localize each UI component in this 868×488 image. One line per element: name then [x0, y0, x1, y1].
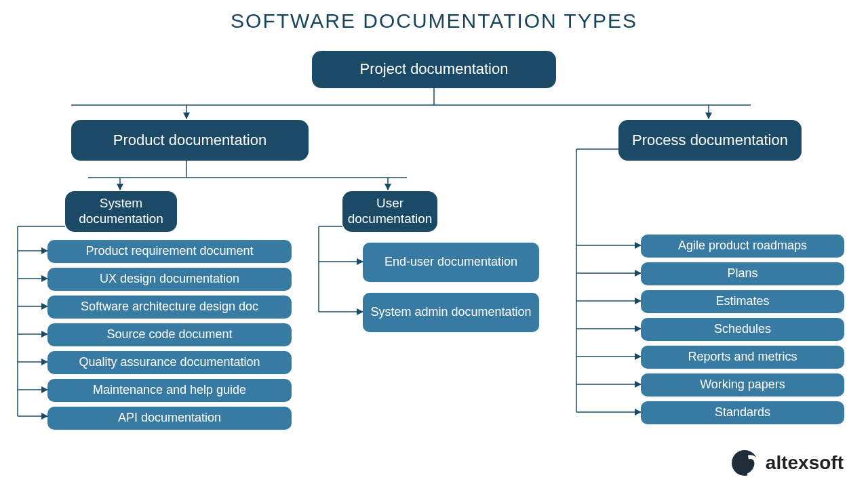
node-label: Working papers: [700, 378, 785, 392]
node-label: Quality assurance documentation: [79, 355, 260, 370]
node-project-documentation: Project documentation: [312, 51, 556, 88]
node-label: Standards: [715, 405, 770, 420]
node-label: Project documentation: [360, 60, 509, 78]
brand-mark-icon: [732, 450, 757, 476]
brand-logo: altexsoft: [732, 450, 844, 476]
leaf-api-documentation: API documentation: [47, 407, 292, 430]
leaf-reports-and-metrics: Reports and metrics: [641, 346, 844, 369]
leaf-ux-design-documentation: UX design documentation: [47, 268, 292, 291]
node-label: Estimates: [715, 294, 769, 309]
leaf-end-user-documentation: End-user documentation: [363, 243, 539, 282]
node-label: API documentation: [118, 411, 221, 426]
node-label: System documentation: [72, 196, 170, 227]
node-label: System admin documentation: [370, 305, 531, 320]
diagram-stage: SOFTWARE DOCUMENTATION TYPES: [0, 0, 868, 488]
leaf-working-papers: Working papers: [641, 373, 844, 396]
node-label: End-user documentation: [384, 255, 517, 270]
node-label: Software architecture design doc: [81, 300, 258, 314]
leaf-system-admin-documentation: System admin documentation: [363, 293, 539, 332]
leaf-source-code-document: Source code document: [47, 323, 292, 346]
node-label: Process documentation: [632, 131, 788, 149]
node-label: Maintenance and help guide: [93, 383, 246, 398]
node-label: Product documentation: [113, 131, 267, 149]
node-system-documentation: System documentation: [65, 191, 177, 232]
node-label: Source code document: [106, 327, 232, 342]
leaf-standards: Standards: [641, 401, 844, 424]
node-user-documentation: User documentation: [342, 191, 437, 232]
leaf-quality-assurance-documentation: Quality assurance documentation: [47, 351, 292, 374]
leaf-plans: Plans: [641, 262, 844, 285]
leaf-product-requirement-document: Product requirement document: [47, 240, 292, 263]
brand-name: altexsoft: [766, 452, 844, 474]
node-label: Reports and metrics: [688, 350, 797, 365]
diagram-title: SOFTWARE DOCUMENTATION TYPES: [0, 9, 868, 33]
node-label: Product requirement document: [85, 244, 253, 259]
leaf-estimates: Estimates: [641, 290, 844, 313]
leaf-agile-product-roadmaps: Agile product roadmaps: [641, 235, 844, 258]
node-label: Schedules: [714, 322, 771, 337]
node-process-documentation: Process documentation: [618, 120, 802, 161]
node-label: Agile product roadmaps: [678, 239, 807, 253]
node-product-documentation: Product documentation: [71, 120, 309, 161]
node-label: UX design documentation: [100, 272, 239, 287]
node-label: Plans: [727, 266, 757, 281]
leaf-maintenance-and-help-guide: Maintenance and help guide: [47, 379, 292, 402]
node-label: User documentation: [348, 196, 433, 227]
leaf-software-architecture-design-doc: Software architecture design doc: [47, 296, 292, 319]
leaf-schedules: Schedules: [641, 318, 844, 341]
